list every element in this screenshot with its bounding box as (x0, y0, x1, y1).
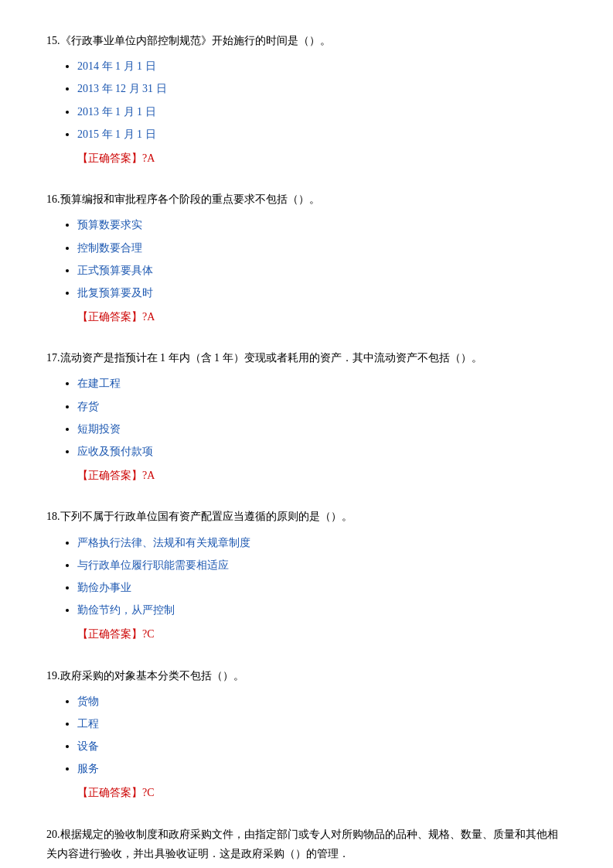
option-15-b[interactable]: 2013 年 12 月 31 日 (77, 83, 167, 94)
option-19-c[interactable]: 设备 (77, 740, 99, 752)
questions-container: 15.《行政事业单位内部控制规范》开始施行的时间是（）。 2014 年 1 月 … (46, 31, 567, 863)
list-item: 2013 年 1 月 1 日 (77, 102, 567, 121)
option-18-b[interactable]: 与行政单位履行职能需要相适应 (77, 559, 229, 571)
option-15-a[interactable]: 2014 年 1 月 1 日 (77, 60, 156, 72)
question-16: 16.预算编报和审批程序各个阶段的重点要求不包括（）。 预算数要求实 控制数要合… (46, 190, 567, 326)
answer-16: 【正确答案】?A (77, 307, 567, 326)
question-20: 20.根据规定的验收制度和政府采购文件，由指定部门或专人对所购物品的品种、规格、… (46, 825, 567, 863)
list-item: 2013 年 12 月 31 日 (77, 79, 567, 98)
option-18-a[interactable]: 严格执行法律、法规和有关规章制度 (77, 537, 250, 548)
list-item: 正式预算要具体 (77, 261, 567, 280)
option-16-a[interactable]: 预算数要求实 (77, 219, 142, 231)
question-17-text: 17.流动资产是指预计在 1 年内（含 1 年）变现或者耗用的资产．其中流动资产… (46, 348, 567, 367)
list-item: 勤俭办事业 (77, 578, 567, 597)
list-item: 短期投资 (77, 419, 567, 439)
list-item: 2015 年 1 月 1 日 (77, 125, 567, 144)
list-item: 预算数要求实 (77, 215, 567, 234)
question-19: 19.政府采购的对象基本分类不包括（）。 货物 工程 设备 服务 【正确答案】?… (46, 666, 567, 803)
option-16-c[interactable]: 正式预算要具体 (77, 265, 153, 276)
list-item: 应收及预付款项 (77, 442, 567, 461)
answer-15: 【正确答案】?A (77, 149, 567, 168)
question-15-options: 2014 年 1 月 1 日 2013 年 12 月 31 日 2013 年 1… (46, 56, 567, 144)
list-item: 勤俭节约，从严控制 (77, 600, 567, 620)
answer-17: 【正确答案】?A (77, 466, 567, 485)
list-item: 设备 (77, 736, 567, 756)
question-18-text: 18.下列不属于行政单位国有资产配置应当遵循的原则的是（）。 (46, 507, 567, 526)
list-item: 控制数要合理 (77, 238, 567, 258)
option-16-b[interactable]: 控制数要合理 (77, 242, 142, 254)
list-item: 工程 (77, 714, 567, 733)
question-18: 18.下列不属于行政单位国有资产配置应当遵循的原则的是（）。 严格执行法律、法规… (46, 507, 567, 644)
option-17-b[interactable]: 存货 (77, 401, 99, 412)
option-15-d[interactable]: 2015 年 1 月 1 日 (77, 128, 156, 140)
list-item: 在建工程 (77, 374, 567, 393)
question-17: 17.流动资产是指预计在 1 年内（含 1 年）变现或者耗用的资产．其中流动资产… (46, 348, 567, 485)
question-19-text: 19.政府采购的对象基本分类不包括（）。 (46, 666, 567, 685)
option-18-d[interactable]: 勤俭节约，从严控制 (77, 604, 175, 616)
question-18-options: 严格执行法律、法规和有关规章制度 与行政单位履行职能需要相适应 勤俭办事业 勤俭… (46, 533, 567, 620)
question-16-text: 16.预算编报和审批程序各个阶段的重点要求不包括（）。 (46, 190, 567, 209)
question-16-options: 预算数要求实 控制数要合理 正式预算要具体 批复预算要及时 (46, 215, 567, 302)
answer-19: 【正确答案】?C (77, 783, 567, 802)
list-item: 严格执行法律、法规和有关规章制度 (77, 533, 567, 552)
option-16-d[interactable]: 批复预算要及时 (77, 287, 153, 299)
question-17-options: 在建工程 存货 短期投资 应收及预付款项 (46, 374, 567, 461)
option-17-d[interactable]: 应收及预付款项 (77, 446, 153, 457)
option-19-d[interactable]: 服务 (77, 763, 99, 774)
list-item: 2014 年 1 月 1 日 (77, 56, 567, 76)
question-15: 15.《行政事业单位内部控制规范》开始施行的时间是（）。 2014 年 1 月 … (46, 31, 567, 168)
option-15-c[interactable]: 2013 年 1 月 1 日 (77, 106, 156, 118)
option-18-c[interactable]: 勤俭办事业 (77, 582, 131, 593)
answer-18: 【正确答案】?C (77, 624, 567, 644)
option-17-a[interactable]: 在建工程 (77, 378, 121, 389)
question-15-text: 15.《行政事业单位内部控制规范》开始施行的时间是（）。 (46, 31, 567, 50)
question-20-text: 20.根据规定的验收制度和政府采购文件，由指定部门或专人对所购物品的品种、规格、… (46, 825, 567, 863)
list-item: 批复预算要及时 (77, 283, 567, 302)
option-17-c[interactable]: 短期投资 (77, 423, 121, 435)
option-19-b[interactable]: 工程 (77, 718, 99, 730)
list-item: 货物 (77, 692, 567, 711)
option-19-a[interactable]: 货物 (77, 695, 99, 707)
question-19-options: 货物 工程 设备 服务 (46, 692, 567, 779)
list-item: 与行政单位履行职能需要相适应 (77, 555, 567, 575)
list-item: 服务 (77, 759, 567, 778)
list-item: 存货 (77, 397, 567, 416)
